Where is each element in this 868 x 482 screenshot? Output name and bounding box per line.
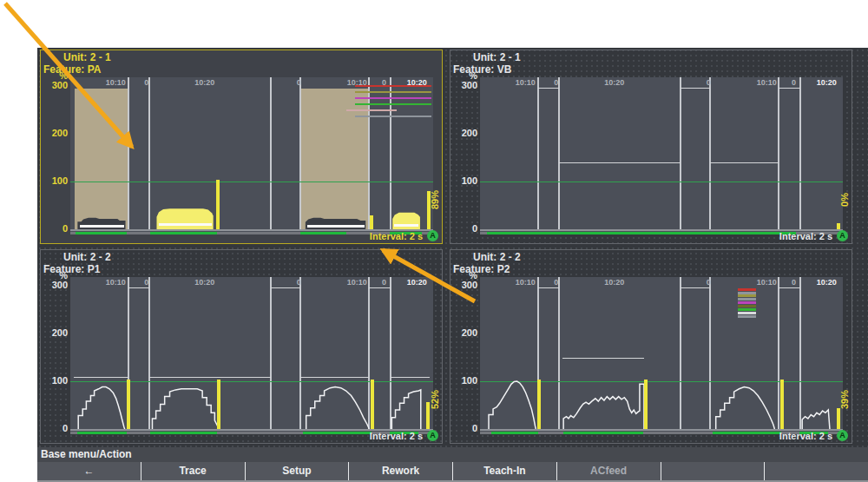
time-label: 0 [144,78,148,87]
legend-line [355,116,431,117]
auto-mode-badge: A [837,430,848,441]
y-axis-tick: 0 [451,423,477,433]
time-label: 0 [297,78,301,87]
time-label: 10:20 [817,278,837,287]
unit-label: Unit: 2 - 2 [473,251,521,263]
progress-percent-label: 39% [839,382,850,417]
monitor-screen: Unit: 2 - 1 Feature: PA 10:10010:20010:1… [37,48,868,482]
y-axis-tick: 200 [451,327,477,338]
trace-curve [391,390,420,429]
acfeed-button[interactable]: ACfeed [557,462,661,480]
trace-curve [306,387,370,429]
cycle-end-marker [780,380,784,429]
y-axis-tick: 0 [42,223,68,234]
menu-button-row: ←TraceSetupReworkTeach-InACfeed [37,462,868,480]
time-label: 0 [297,278,301,287]
plot-area: 10:10010:20010:10010:20%3002001000 [480,77,843,232]
trace-curve [156,208,213,229]
legend-line [738,294,756,297]
legend-line [355,97,431,99]
y-axis-tick: 100 [42,375,68,386]
empty-button-1 [661,462,766,480]
y-axis-tick: 300 [42,280,68,290]
time-label: 10:10 [757,278,777,287]
time-label: 0 [554,78,558,87]
interval-label: Interval: 2 s [370,231,423,241]
progress-percent-label: 52% [430,382,440,417]
legend-line [738,301,756,304]
curve-baseline [159,223,212,226]
time-label: 10:20 [817,78,837,87]
legend-line [355,103,431,105]
interval-label: Interval: 2 s [779,431,832,441]
envelope-line [538,88,559,89]
cycle-end-marker [371,380,374,429]
menu-breadcrumb: Base menu/Action [37,447,868,462]
time-label: 10:10 [347,278,367,287]
time-label: 10:10 [757,78,777,87]
rework-button[interactable]: Rework [349,462,453,480]
hundred-percent-line [480,182,843,182]
segment-gridline [680,77,681,229]
back-button[interactable]: ← [37,462,141,480]
curve-baseline [394,224,418,227]
panel-bottom-right-p2[interactable]: Unit: 2 - 2 Feature: P2 10:10010:20010:1… [450,249,852,444]
unit-label: Unit: 2 - 2 [63,251,111,263]
y-axis-tick: 100 [42,175,68,186]
trace-button[interactable]: Trace [141,462,246,480]
trace-curve [563,384,644,429]
trace-curves [70,277,433,432]
trace-curve [77,218,125,229]
time-label: 10:10 [347,78,367,87]
time-label: 10:10 [516,78,536,87]
cycle-end-marker [644,380,648,429]
cycle-end-marker [216,180,220,229]
segment-gridline [537,77,539,229]
y-axis-tick: 0 [451,223,477,234]
plot-area: 10:10010:20010:10010:20%3002001000 [70,77,433,232]
y-axis-tick: 300 [42,80,68,90]
legend-line [355,91,431,93]
trace-curves [480,277,843,432]
unit-label: Unit: 2 - 1 [473,51,521,63]
envelope-line [559,162,681,163]
envelope-line [710,162,779,163]
ok-status-strip [487,232,795,234]
ok-status-strip [150,232,217,234]
time-label: 10:20 [407,278,427,287]
y-axis-tick: 200 [451,128,477,138]
auto-mode-badge: A [427,230,438,241]
plot-area: 10:10010:20010:10010:20%3002001000 [70,277,433,432]
time-label: 0 [144,278,148,287]
time-label: 10:20 [604,278,624,287]
envelope-line [779,88,800,89]
unit-label: Unit: 2 - 1 [63,51,111,63]
ok-status-strip [713,432,781,434]
ok-status-strip [150,432,217,434]
ok-status-strip [563,432,643,434]
ok-status-strip [77,432,126,434]
y-axis-tick: 100 [451,375,477,386]
teach-in-button[interactable]: Teach-In [453,462,557,480]
panel-top-left-pa[interactable]: Unit: 2 - 1 Feature: PA 10:10010:20010:1… [40,50,443,244]
curve-baseline [307,225,365,228]
ok-status-strip [491,432,538,434]
interval-label: Interval: 2 s [370,431,423,441]
panel-bottom-left-p1[interactable]: Unit: 2 - 2 Feature: P1 10:10010:20010:1… [40,249,443,444]
progress-percent-label: 89% [430,182,440,217]
setup-button[interactable]: Setup [246,462,350,480]
cycle-end-marker [217,380,220,429]
trace-curve [392,213,420,229]
trace-curve [152,389,218,429]
legend-line [738,315,756,318]
legend-line [738,308,756,311]
legend-line [738,292,756,294]
empty-button-2 [765,462,868,480]
panel-top-right-vb[interactable]: Unit: 2 - 1 Feature: VB 10:10010:20010:1… [450,50,852,244]
envelope-line [681,88,710,89]
trace-curve [716,387,775,429]
ok-status-strip [303,432,372,434]
y-axis-tick: 300 [451,80,477,90]
time-label: 10:20 [194,278,214,287]
time-label: 10:10 [516,278,536,287]
